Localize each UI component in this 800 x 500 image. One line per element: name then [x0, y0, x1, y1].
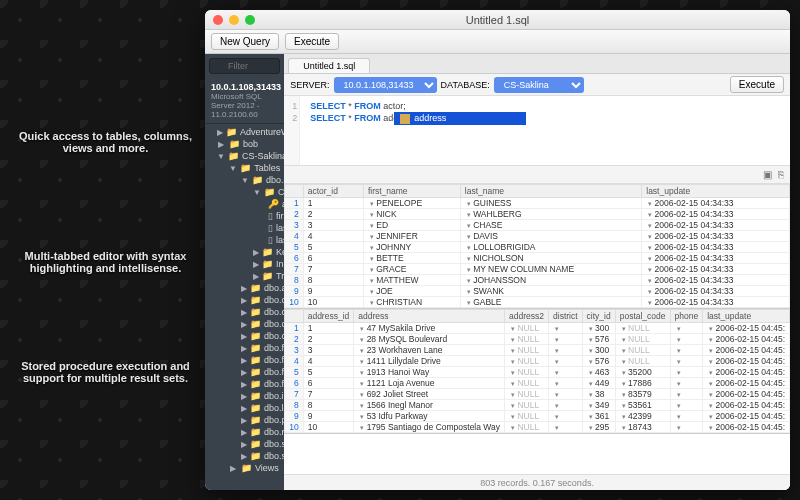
cell[interactable]: 7 — [303, 264, 363, 275]
cell[interactable]: ▾ JENNIFER — [363, 231, 460, 242]
cell[interactable]: ▾ — [670, 345, 703, 356]
column-header[interactable] — [285, 185, 303, 198]
cell[interactable]: 10 — [303, 422, 354, 433]
cell[interactable]: 6 — [285, 253, 303, 264]
cell[interactable]: ▾ — [670, 422, 703, 433]
tree-node[interactable]: ▶📁dbo.city — [205, 306, 284, 318]
cell[interactable]: ▾ NULL — [505, 400, 549, 411]
cell[interactable]: ▾ 295 — [582, 422, 615, 433]
cell[interactable]: ▾ ED — [363, 220, 460, 231]
cell[interactable]: ▾ — [549, 356, 583, 367]
cell[interactable]: 1 — [303, 198, 363, 209]
cell[interactable]: 9 — [303, 286, 363, 297]
cell[interactable]: 6 — [303, 253, 363, 264]
column-header[interactable]: actor_id — [303, 185, 363, 198]
cell[interactable]: ▾ 28 MySQL Boulevard — [354, 334, 505, 345]
cell[interactable]: ▾ 576 — [582, 334, 615, 345]
column-header[interactable]: last_update — [703, 310, 790, 323]
cell[interactable]: 3 — [303, 345, 354, 356]
cell[interactable]: ▾ 2006-02-15 04:34:33 — [642, 297, 790, 308]
cell[interactable]: ▾ 47 MySakila Drive — [354, 323, 505, 334]
cell[interactable]: ▾ 300 — [582, 345, 615, 356]
tab-active[interactable]: Untitled 1.sql — [288, 58, 370, 73]
table-row[interactable]: 33▾ 23 Workhaven Lane▾ NULL▾ ▾ 300▾ NULL… — [285, 345, 790, 356]
cell[interactable]: ▾ — [549, 345, 583, 356]
table-row[interactable]: 55▾ JOHNNY▾ LOLLOBRIGIDA▾ 2006-02-15 04:… — [285, 242, 790, 253]
cell[interactable]: ▾ 53561 — [615, 400, 670, 411]
cell[interactable]: ▾ 23 Workhaven Lane — [354, 345, 505, 356]
tree-node[interactable]: ▶📁dbo.staff — [205, 438, 284, 450]
cell[interactable]: ▾ — [670, 323, 703, 334]
cell[interactable]: ▾ 2006-02-15 04:34:33 — [642, 198, 790, 209]
table-row[interactable]: 66▾ 1121 Loja Avenue▾ NULL▾ ▾ 449▾ 17886… — [285, 378, 790, 389]
table-row[interactable]: 33▾ ED▾ CHASE▾ 2006-02-15 04:34:33 — [285, 220, 790, 231]
cell[interactable]: ▾ — [549, 389, 583, 400]
cell[interactable]: 4 — [285, 231, 303, 242]
cell[interactable]: ▾ NULL — [505, 411, 549, 422]
cell[interactable]: 9 — [303, 411, 354, 422]
cell[interactable]: ▾ 2006-02-15 04:45: — [703, 345, 790, 356]
cell[interactable]: ▾ 17886 — [615, 378, 670, 389]
tree-node[interactable]: ▶📁dbo.film_text — [205, 378, 284, 390]
cell[interactable]: ▾ NULL — [615, 323, 670, 334]
table-row[interactable]: 88▾ MATTHEW▾ JOHANSSON▾ 2006-02-15 04:34… — [285, 275, 790, 286]
cell[interactable]: ▾ GRACE — [363, 264, 460, 275]
tree-node[interactable]: ▶📁dbo.film_category — [205, 366, 284, 378]
tree-node[interactable]: ▶📁dbo.film_actor — [205, 354, 284, 366]
cell[interactable]: 9 — [285, 286, 303, 297]
table-row[interactable]: 44▾ 1411 Lillydale Drive▾ NULL▾ ▾ 576▾ N… — [285, 356, 790, 367]
cell[interactable]: ▾ 576 — [582, 356, 615, 367]
column-header[interactable]: first_name — [363, 185, 460, 198]
cell[interactable]: ▾ NULL — [505, 389, 549, 400]
connection-header[interactable]: 10.0.1.108,31433 Microsoft SQL Server 20… — [205, 78, 284, 124]
new-query-button[interactable]: New Query — [211, 33, 279, 50]
cell[interactable]: ▾ MATTHEW — [363, 275, 460, 286]
cell[interactable]: 7 — [303, 389, 354, 400]
tree-node[interactable]: ▶📁dbo.payment — [205, 414, 284, 426]
tree-node[interactable]: ▶📁Keys — [205, 246, 284, 258]
cell[interactable]: ▾ 2006-02-15 04:45: — [703, 334, 790, 345]
cell[interactable]: 6 — [285, 378, 303, 389]
cell[interactable]: ▾ — [549, 367, 583, 378]
table-row[interactable]: 66▾ BETTE▾ NICHOLSON▾ 2006-02-15 04:34:3… — [285, 253, 790, 264]
cell[interactable]: ▾ JOHANSSON — [460, 275, 641, 286]
cell[interactable]: ▾ 2006-02-15 04:45: — [703, 367, 790, 378]
cell[interactable]: ▾ 1795 Santiago de Compostela Way — [354, 422, 505, 433]
cell[interactable]: 9 — [285, 411, 303, 422]
cell[interactable]: ▾ 2006-02-15 04:45: — [703, 378, 790, 389]
table-row[interactable]: 77▾ GRACE▾ MY NEW COLUMN NAME▾ 2006-02-1… — [285, 264, 790, 275]
cell[interactable]: ▾ 1121 Loja Avenue — [354, 378, 505, 389]
column-header[interactable]: address2 — [505, 310, 549, 323]
column-header[interactable]: phone — [670, 310, 703, 323]
table-row[interactable]: 11▾ PENELOPE▾ GUINESS▾ 2006-02-15 04:34:… — [285, 198, 790, 209]
cell[interactable]: 4 — [285, 356, 303, 367]
cell[interactable]: 2 — [285, 209, 303, 220]
tree-node[interactable]: ▯last_update (datetim... — [205, 234, 284, 246]
cell[interactable]: ▾ 83579 — [615, 389, 670, 400]
cell[interactable]: 2 — [303, 209, 363, 220]
cell[interactable]: ▾ 42399 — [615, 411, 670, 422]
cell[interactable]: 10 — [303, 297, 363, 308]
tree-node[interactable]: ▶📁dbo.category — [205, 294, 284, 306]
column-header[interactable]: district — [549, 310, 583, 323]
cell[interactable]: ▾ NULL — [505, 323, 549, 334]
table-row[interactable]: 1010▾ CHRISTIAN▾ GABLE▾ 2006-02-15 04:34… — [285, 297, 790, 308]
cell[interactable]: 5 — [285, 367, 303, 378]
column-header[interactable]: last_name — [460, 185, 641, 198]
cell[interactable]: 4 — [303, 356, 354, 367]
tree-node[interactable]: ▼📁CS-Saklina — [205, 150, 284, 162]
table-row[interactable]: 88▾ 1566 Inegl Manor▾ NULL▾ ▾ 349▾ 53561… — [285, 400, 790, 411]
cell[interactable]: ▾ 35200 — [615, 367, 670, 378]
table-row[interactable]: 11▾ 47 MySakila Drive▾ NULL▾ ▾ 300▾ NULL… — [285, 323, 790, 334]
cell[interactable]: 3 — [303, 220, 363, 231]
cell[interactable]: ▾ 2006-02-15 04:34:33 — [642, 242, 790, 253]
table-row[interactable]: 22▾ 28 MySQL Boulevard▾ NULL▾ ▾ 576▾ NUL… — [285, 334, 790, 345]
cell[interactable]: ▾ 2006-02-15 04:45: — [703, 400, 790, 411]
cell[interactable]: ▾ 38 — [582, 389, 615, 400]
tree-node[interactable]: ▶📁dbo.film — [205, 342, 284, 354]
tree-node[interactable]: 🔑actor_id (PK, int, not... — [205, 198, 284, 210]
cell[interactable]: ▾ 53 Idfu Parkway — [354, 411, 505, 422]
cell[interactable]: ▾ NULL — [505, 367, 549, 378]
cell[interactable]: ▾ BETTE — [363, 253, 460, 264]
cell[interactable]: 3 — [285, 220, 303, 231]
